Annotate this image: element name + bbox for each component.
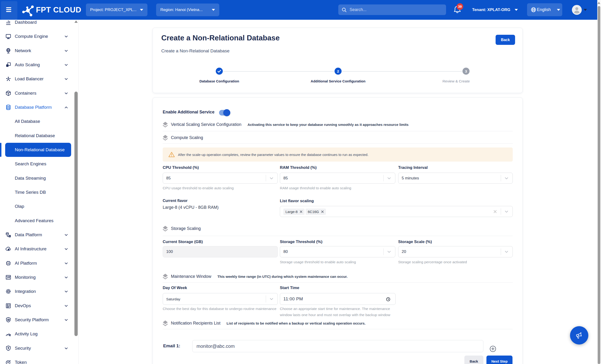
data-platform-icon [5, 232, 11, 238]
sidebar-item-database-platform[interactable]: Database Platform [0, 100, 79, 114]
form-card: Enable Additional Service Vertical Scali… [153, 97, 523, 364]
sidebar-item-security-platform[interactable]: Security Platform [0, 313, 79, 327]
sidebar-item-all-database[interactable]: All Database [0, 114, 79, 129]
enable-additional-service-toggle[interactable] [219, 110, 229, 116]
day-of-week-select[interactable]: Saturday [163, 293, 278, 305]
cpu-threshold-select[interactable]: 85 [163, 172, 278, 184]
flavor-tag-label: 6C16G [308, 210, 319, 214]
current-storage-input: 100 [163, 246, 278, 257]
logo-text: FPT CLOUD [36, 5, 81, 14]
sidebar-item-data-platform[interactable]: Data Platform [0, 228, 79, 242]
vertical-scaling-section-header: Vertical Scaling Service Configuration A… [163, 122, 409, 128]
storage-scale-select[interactable]: 20 [398, 246, 513, 257]
sidebar-item-containers[interactable]: Containers [0, 86, 79, 100]
sidebar-item-label: Search Engines [15, 161, 46, 166]
day-of-week-label: Day Of Week [163, 285, 187, 290]
sidebar-item-network[interactable]: Network [0, 44, 79, 58]
sidebar-scroll-up-arrow[interactable] [74, 20, 78, 23]
tag-remove-icon[interactable] [321, 210, 324, 213]
ram-threshold-select[interactable]: 85 [280, 172, 395, 184]
chevron-down-icon [64, 62, 69, 67]
region-select-value: Region: Hanoi (Vietna... [160, 8, 203, 12]
step-2-indicator[interactable]: 2 [335, 68, 341, 75]
page-scrollbar-thumb[interactable] [598, 6, 600, 364]
chevron-down-icon [64, 289, 69, 294]
sidebar-item-search-engines[interactable]: Search Engines [0, 157, 79, 171]
sidebar-item-compute-engine[interactable]: Compute Engine [0, 29, 79, 43]
chevron-down-icon [64, 346, 69, 351]
region-select[interactable]: Region: Hanoi (Vietna... [156, 3, 219, 16]
fpt-cloud-logo-icon [22, 3, 34, 17]
sidebar-item-devops[interactable]: DevOps [0, 299, 79, 313]
language-select[interactable]: English [527, 3, 562, 16]
chevron-down-icon [64, 303, 69, 308]
sidebar-item-token[interactable]: Token [0, 355, 79, 364]
storage-threshold-select[interactable]: 80 [280, 246, 395, 257]
step-1-label: Database Configuration [172, 79, 266, 83]
tenant-select[interactable]: Tenant: XPLAT-ORG [472, 0, 518, 20]
warning-icon [168, 152, 175, 158]
start-time-value: 11:00 PM [283, 296, 303, 302]
sidebar-item-label: Containers [15, 91, 36, 96]
sidebar-item-label: Compute Engine [15, 34, 48, 39]
ai-platform-icon: AI [5, 260, 11, 266]
day-of-week-help: Choose the best day for this database to… [163, 307, 276, 311]
chevron-down-icon [64, 76, 69, 81]
sidebar-item-label: Data Platform [15, 232, 42, 237]
sidebar-item-monitoring[interactable]: Monitoring [0, 270, 79, 284]
email-1-input[interactable]: monitor@abc.com [192, 340, 483, 352]
sidebar-item-ai-infrastructure[interactable]: AI Infrastructure [0, 242, 79, 256]
compute-engine-icon [5, 33, 11, 40]
section-description: List of recipients to be notified when a… [227, 321, 366, 325]
auto-scaling-icon [5, 61, 11, 68]
notifications-button[interactable]: 39 [453, 3, 464, 16]
integration-icon: API [5, 288, 11, 295]
svg-text:API: API [7, 291, 9, 292]
tracing-interval-select[interactable]: 5 minutes [398, 172, 513, 184]
avatar[interactable] [572, 5, 582, 15]
sidebar-item-auto-scaling[interactable]: Auto Scaling [0, 58, 79, 72]
sidebar-item-ai-platform[interactable]: AIAI Platform [0, 256, 79, 270]
start-time-input[interactable]: 11:00 PM [280, 293, 396, 305]
sidebar-item-activity-log[interactable]: Activity Log [0, 327, 79, 341]
tag-remove-icon[interactable] [300, 210, 302, 213]
token-icon [5, 359, 11, 364]
sidebar-item-label: Dashboard [15, 20, 37, 25]
sidebar-item-security[interactable]: Security [0, 341, 79, 355]
current-flavor-label: Current flavor [163, 199, 188, 203]
next-step-button[interactable]: Next Step [486, 355, 512, 364]
chevron-down-icon [504, 176, 509, 180]
sidebar-item-relational-database[interactable]: Relational Database [0, 129, 79, 143]
back-button-bottom[interactable]: Back [464, 355, 483, 364]
sidebar-scrollbar-thumb[interactable] [74, 91, 78, 336]
sidebar-item-olap[interactable]: Olap [0, 199, 79, 213]
avatar-caret-icon[interactable] [584, 9, 587, 11]
sidebar-item-label: Activity Log [15, 331, 38, 336]
storage-threshold-help: Storage usage threshold to enable auto s… [280, 260, 356, 264]
sidebar-item-non-relational-database[interactable]: Non-Relational Database [0, 143, 79, 157]
sidebar-item-dashboard[interactable]: Dashboard [0, 15, 79, 29]
sidebar-item-data-streaming[interactable]: Data Streaming [0, 171, 79, 185]
chevron-down-icon [64, 317, 69, 323]
layers-icon [163, 320, 168, 326]
enable-additional-service-label: Enable Additional Service [163, 110, 214, 115]
sidebar-item-label: All Database [15, 119, 40, 124]
add-email-button[interactable] [490, 346, 496, 352]
sidebar-item-label: Network [15, 48, 31, 53]
back-button-top[interactable]: Back [496, 35, 515, 45]
sidebar-item-time-series-db[interactable]: Time Series DB [0, 185, 79, 199]
clear-all-icon[interactable] [493, 210, 497, 213]
sidebar-item-label: Auto Scaling [15, 62, 40, 67]
announcement-fab[interactable] [570, 326, 588, 344]
sidebar-item-advanced-features[interactable]: Advanced Features [0, 214, 79, 228]
list-flavor-select[interactable]: Large-8 6C16G [280, 206, 513, 217]
chevron-down-icon [64, 232, 69, 237]
page-scroll-up-arrow[interactable] [598, 2, 600, 4]
project-select[interactable]: Project: PROJECT_XPL... [86, 3, 147, 16]
search-input[interactable]: Search... [338, 4, 446, 15]
sidebar-item-integration[interactable]: APIIntegration [0, 284, 79, 298]
globe-icon [531, 7, 536, 12]
step-1-indicator[interactable] [216, 68, 223, 75]
sidebar-item-load-balancer[interactable]: Load Balancer [0, 72, 79, 86]
chevron-down-icon [270, 176, 273, 180]
